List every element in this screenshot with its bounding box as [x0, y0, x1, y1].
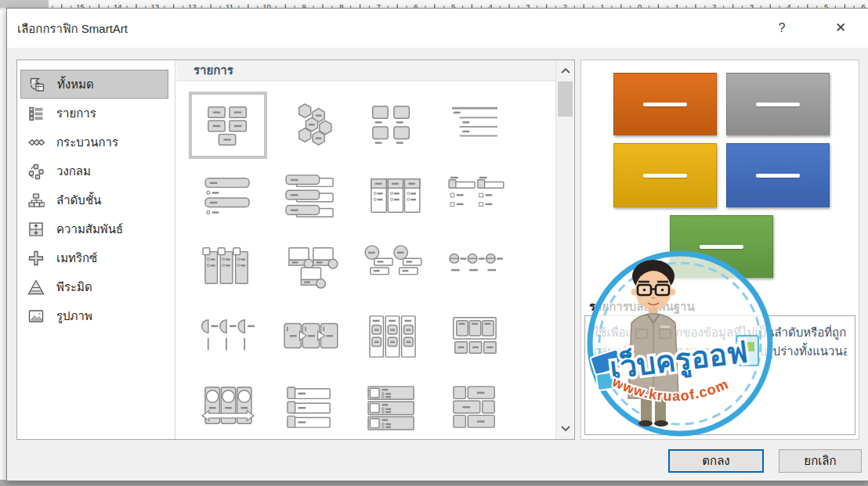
sidebar-item-label: เมทริกซ์ [56, 249, 97, 268]
sidebar-item-relationship[interactable]: ความสัมพันธ์ [20, 214, 168, 243]
gallery-item-bending-list[interactable] [436, 373, 514, 439]
alternating-hexagons-thumbnail [280, 102, 341, 149]
vertical-box-list-thumbnail [280, 172, 341, 219]
sidebar-item-label: ทั้งหมด [57, 75, 94, 94]
block-gray [726, 73, 830, 135]
gallery-item-vertical-box-list[interactable] [271, 162, 349, 229]
square-accent-list-thumbnail [444, 172, 505, 219]
vertical-panel-list-thumbnail [197, 243, 259, 290]
horizontal-bullet-list-thumbnail [362, 172, 423, 219]
gallery-item-vertical-panel-list[interactable] [189, 232, 267, 300]
block-text-dash [756, 174, 800, 178]
block-text-dash [643, 103, 687, 106]
block-orange [613, 73, 717, 135]
cycle-icon [27, 163, 46, 180]
sidebar-item-all[interactable]: ทั้งหมด [20, 70, 168, 99]
gallery-item-tab-list[interactable] [271, 373, 349, 439]
kruaof-watermark: เว็บครูออฟ www.kruaof.com [583, 245, 783, 441]
circle-arrow-list-thumbnail [197, 383, 259, 430]
all-icon [28, 76, 47, 93]
gallery-item-picture-caption-list[interactable] [353, 92, 432, 159]
scrollbar-thumb[interactable] [558, 81, 573, 117]
gallery-item-circle-bar-list[interactable] [353, 232, 432, 300]
smartart-dialog: เลือกกราฟิก SmartArt ? ✕ ทั้งหมดรายการกร… [6, 8, 868, 481]
gallery-item-picture-accent-list[interactable] [271, 232, 349, 300]
process-icon [27, 134, 46, 151]
sidebar-item-cycle[interactable]: วงกลม [20, 157, 168, 185]
sidebar-item-picture[interactable]: รูปภาพ [20, 301, 168, 330]
gallery-item-vertical-square-list[interactable] [353, 303, 432, 370]
block-yellow [613, 143, 717, 207]
continuous-picture-list-thumbnail [280, 313, 341, 360]
dialog-title: เลือกกราฟิก SmartArt [17, 9, 128, 48]
screen: 161514131211109876543210123456789 เลือกก… [0, 0, 868, 486]
ok-button[interactable]: ตกลง [668, 449, 764, 473]
sidebar-item-label: รูปภาพ [56, 307, 92, 326]
vertical-bullet-list-thumbnail [197, 172, 259, 219]
sidebar-item-hierarchy[interactable]: ลำดับชั้น [20, 185, 168, 214]
ruler-corner [0, 0, 49, 8]
dialog-titlebar: เลือกกราฟิก SmartArt ? ✕ [7, 9, 868, 48]
sidebar-item-label: กระบวนการ [56, 133, 118, 152]
category-list: ทั้งหมดรายการกระบวนการวงกลมลำดับชั้นความ… [17, 70, 175, 330]
scroll-down-button[interactable] [556, 420, 574, 437]
gallery-item-horizontal-bullet-list[interactable] [353, 162, 432, 229]
relationship-icon [27, 221, 46, 238]
sidebar-item-pyramid[interactable]: พีระมิด [20, 272, 168, 301]
hierarchy-icon [27, 192, 46, 209]
category-sidebar: ทั้งหมดรายการกระบวนการวงกลมลำดับชั้นความ… [17, 60, 175, 439]
matrix-icon [27, 250, 46, 267]
block-text-dash [643, 174, 687, 178]
sidebar-item-label: ลำดับชั้น [56, 191, 101, 210]
close-button[interactable]: ✕ [827, 16, 854, 40]
half-circle-list-thumbnail [197, 313, 259, 360]
gallery-item-picture-bullet-list[interactable] [353, 373, 432, 439]
sidebar-item-label: วงกลม [56, 162, 91, 181]
lined-list-thumbnail [444, 102, 505, 149]
list-icon [27, 105, 46, 122]
gallery-item-lined-list[interactable] [436, 92, 514, 159]
pyramid-icon [27, 279, 46, 296]
gallery-item-basic-block-list[interactable] [189, 92, 267, 159]
sidebar-item-label: รายการ [56, 104, 96, 123]
horizontal-circle-list-thumbnail [444, 243, 505, 290]
tab-list-thumbnail [280, 383, 341, 430]
block-blue [726, 143, 830, 207]
vertical-square-list-thumbnail [362, 313, 423, 360]
gallery-item-horizontal-circle-list[interactable] [436, 232, 514, 300]
circle-bar-list-thumbnail [362, 243, 423, 290]
gallery-scrollbar[interactable] [555, 60, 574, 439]
gallery-item-alternating-hexagons[interactable] [271, 92, 349, 159]
gallery-item-continuous-picture-list[interactable] [271, 303, 349, 370]
sidebar-item-process[interactable]: กระบวนการ [20, 128, 168, 157]
gallery-item-half-circle-list[interactable] [189, 303, 267, 370]
preview-panel: รายการบล็อกพื้นฐาน ใช้เพื่อแสดงบล็อกของข… [580, 59, 859, 440]
sidebar-item-list[interactable]: รายการ [20, 99, 168, 128]
gallery-item-vertical-bullet-list[interactable] [189, 162, 267, 229]
help-button[interactable]: ? [769, 16, 795, 40]
bending-list-thumbnail [444, 383, 505, 430]
main-panel: ทั้งหมดรายการกระบวนการวงกลมลำดับชั้นความ… [16, 59, 575, 440]
block-text-dash [756, 103, 800, 106]
gallery-item-square-accent-list[interactable] [436, 162, 514, 229]
grouped-list-thumbnail [444, 313, 505, 360]
picture-caption-list-thumbnail [362, 102, 423, 149]
scroll-up-button[interactable] [556, 62, 574, 79]
sidebar-item-matrix[interactable]: เมทริกซ์ [20, 243, 168, 272]
gallery-header: รายการ [176, 60, 555, 81]
picture-icon [27, 308, 46, 325]
chevron-up-icon [561, 67, 570, 74]
gallery-grid [176, 81, 555, 439]
sidebar-item-label: ความสัมพันธ์ [56, 220, 123, 239]
picture-bullet-list-thumbnail [362, 383, 423, 430]
layout-gallery: รายการ [176, 60, 555, 439]
gallery-item-grouped-list[interactable] [436, 303, 514, 370]
cancel-button[interactable]: ยกเลิก [779, 449, 862, 473]
gallery-item-circle-arrow-list[interactable] [189, 373, 267, 439]
picture-accent-list-thumbnail [280, 243, 341, 290]
basic-block-list-thumbnail [197, 102, 259, 149]
sidebar-item-label: พีระมิด [56, 278, 92, 297]
chevron-down-icon [561, 426, 570, 432]
